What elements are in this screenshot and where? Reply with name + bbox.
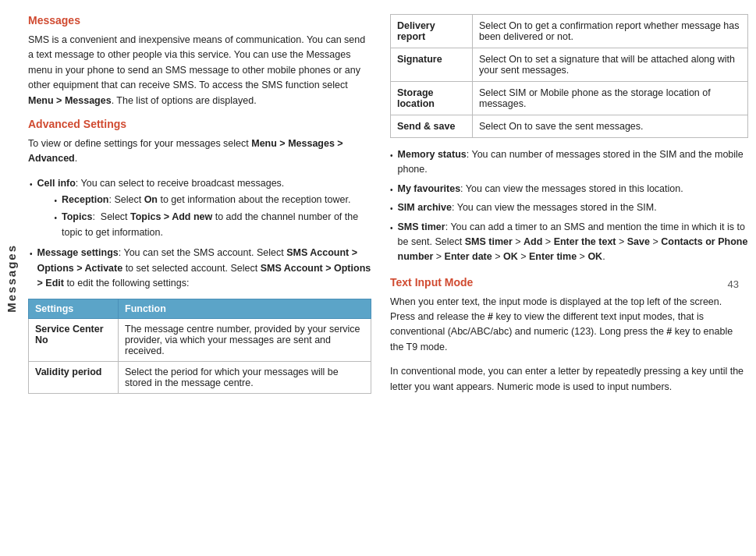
list-item-text: Topics: Select Topics > Add new to add t… — [62, 210, 371, 240]
advanced-intro: To view or define settings for your mess… — [28, 136, 371, 167]
list-item: • SIM archive: You can view the messages… — [390, 200, 748, 215]
bullet-dot: • — [390, 150, 393, 162]
table-row: Service Center No The message centre num… — [29, 319, 371, 362]
function-cell: Select On to get a confirmation report w… — [473, 15, 748, 48]
text-input-title: Text Input Mode — [390, 276, 748, 289]
bullet-dot: • — [55, 195, 58, 207]
function-cell: The message centre number, provided by y… — [119, 319, 371, 362]
side-label: Messages — [0, 0, 22, 556]
list-item-text: Memory status: You can number of message… — [398, 147, 748, 178]
left-column: Messages SMS is a convenient and inexpen… — [28, 14, 371, 542]
function-cell: Select SIM or Mobile phone as the storag… — [473, 82, 748, 115]
table-row: Send & save Select On to save the sent m… — [391, 115, 748, 138]
setting-cell: Delivery report — [391, 15, 473, 48]
list-item: • Memory status: You can number of messa… — [390, 147, 748, 178]
list-item: • My favourites: You can view the messag… — [390, 182, 748, 197]
list-item: • Message settings: You can set the SMS … — [28, 246, 371, 291]
right-column: Delivery report Select On to get a confi… — [390, 14, 748, 542]
setting-cell: Signature — [391, 48, 473, 82]
text-input-p1: When you enter text, the input mode is d… — [390, 295, 748, 356]
table-row: Storage location Select SIM or Mobile ph… — [391, 82, 748, 115]
table-row: Validity period Select the period for wh… — [29, 362, 371, 394]
bullet-dot: • — [30, 179, 33, 191]
table-row: Signature Select On to set a signature t… — [391, 48, 748, 82]
list-item: • SMS timer: You can add a timer to an S… — [390, 220, 748, 265]
sub-bullet-list: • Reception: Select On to get informatio… — [37, 193, 371, 240]
messages-title: Messages — [28, 14, 371, 27]
setting-cell: Service Center No — [29, 319, 119, 362]
text-input-p2: In conventional mode, you can enter a le… — [390, 364, 748, 395]
list-item-text: Cell info: You can select to receive bro… — [37, 176, 371, 243]
bullet-dot: • — [390, 222, 393, 235]
setting-cell: Storage location — [391, 82, 473, 115]
messages-intro: SMS is a convenient and inexpensive mean… — [28, 33, 371, 108]
table-row: Delivery report Select On to get a confi… — [391, 15, 748, 48]
bullet-dot: • — [30, 248, 33, 260]
settings-col-header: Settings — [29, 299, 119, 319]
list-item-text: Message settings: You can set the SMS ac… — [37, 246, 371, 291]
list-item-text: SIM archive: You can view the messages s… — [398, 200, 657, 215]
right-settings-table: Delivery report Select On to get a confi… — [390, 14, 748, 138]
bullet-dot: • — [390, 203, 393, 215]
setting-cell: Validity period — [29, 362, 119, 394]
function-col-header: Function — [119, 299, 371, 319]
bullet-dot: • — [390, 184, 393, 197]
list-item-text: My favourites: You can view the messages… — [398, 182, 683, 197]
setting-cell: Send & save — [391, 115, 473, 138]
function-cell: Select On to save the sent messages. — [473, 115, 748, 138]
bullet-dot: • — [55, 212, 58, 225]
list-item: • Cell info: You can select to receive b… — [28, 176, 371, 243]
side-label-text: Messages — [5, 244, 18, 313]
function-cell: Select the period for which your message… — [119, 362, 371, 394]
page-container: Messages Messages SMS is a convenient an… — [0, 0, 756, 556]
right-bullet-list: • Memory status: You can number of messa… — [390, 147, 748, 265]
left-bullet-list: • Cell info: You can select to receive b… — [28, 176, 371, 292]
list-item: • Reception: Select On to get informatio… — [55, 193, 371, 207]
main-content: Messages SMS is a convenient and inexpen… — [22, 0, 756, 556]
list-item-text: SMS timer: You can add a timer to an SMS… — [398, 220, 748, 265]
advanced-title: Advanced Settings — [28, 118, 371, 130]
list-item: • Topics: Select Topics > Add new to add… — [55, 210, 371, 240]
list-item-text: Reception: Select On to get information … — [62, 193, 350, 207]
page-number: 43 — [728, 278, 739, 290]
function-cell: Select On to set a signature that will b… — [473, 48, 748, 82]
settings-table: Settings Function Service Center No The … — [28, 299, 371, 394]
